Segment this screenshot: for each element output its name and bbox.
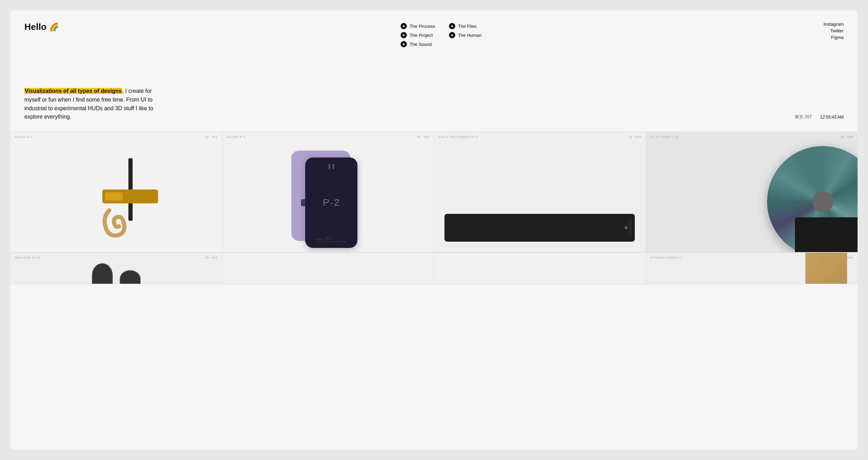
cell-id-kitchen: ID 009	[841, 256, 853, 259]
cell-header-kitchen: KITCHEN TIMER 17 ID 009	[646, 253, 858, 262]
cell-id-alarm: ID 002	[417, 135, 429, 139]
logo-text: Hello	[24, 22, 47, 32]
hero-text: Visualizations of all types of designs, …	[24, 87, 164, 121]
cd-visual	[646, 132, 858, 252]
radio-visual	[10, 132, 222, 252]
radio-svg	[68, 148, 165, 252]
cell-title-cd: CD PLAYER C-14	[650, 135, 679, 139]
alarm-display-text: P-2	[323, 197, 340, 208]
logo-emoji: 🌈	[49, 23, 59, 32]
cell-title-field: FIELD RECORDER R-11	[438, 135, 479, 139]
cell-id-num-alarm: 002	[424, 135, 429, 139]
grid-row-1: RADIO S-4 ID 001	[10, 132, 858, 252]
nav-center: The Process The Project The Sound The Fi…	[401, 22, 482, 47]
time-label: 東京 JST	[795, 114, 812, 120]
cell-id-label-cd: ID	[841, 135, 844, 139]
cell-title-radio: RADIO S-4	[15, 135, 33, 139]
cell-id-speaker: ID 004	[205, 256, 218, 259]
cell-header-field: FIELD RECORDER R-11 ID 003	[434, 132, 646, 142]
grid-cell-cd: CD PLAYER C-14 ID 008	[646, 132, 858, 252]
figma-link[interactable]: Figma	[831, 35, 844, 40]
grid-cell-radio: RADIO S-4 ID 001	[10, 132, 222, 252]
grid-cell-speaker: SPEAKER E-10 ID 004	[10, 253, 222, 284]
hero-section: Visualizations of all types of designs, …	[10, 87, 858, 132]
cell-title-alarm: ALARM P-2	[227, 135, 245, 139]
cell-image-field	[434, 132, 646, 252]
cell-image-alarm: P-2 CE ● ✦ MODEL: P-2MAX POWER OUTPUT: 2…	[222, 132, 434, 252]
cell-header-speaker: SPEAKER E-10 ID 004	[10, 253, 222, 262]
nav-label-process: The Process	[410, 24, 435, 29]
nav-item-the-sound[interactable]: The Sound	[401, 41, 435, 47]
header: Hello 🌈 The Process The Project The Soun…	[10, 10, 858, 87]
plus-icon-files	[449, 23, 455, 29]
cell-header-radio: RADIO S-4 ID 001	[10, 132, 222, 142]
nav-item-the-files[interactable]: The Files	[449, 23, 482, 29]
cell-id-num-speaker: 004	[212, 256, 218, 259]
nav-item-the-human[interactable]: The Human	[449, 32, 482, 38]
svg-rect-2	[105, 192, 123, 201]
cd-base	[795, 217, 858, 252]
nav-col-2: The Files The Human	[449, 23, 482, 47]
plus-icon-project	[401, 32, 407, 38]
cell-id-num-field: 003	[635, 135, 641, 139]
main-container: Hello 🌈 The Process The Project The Soun…	[10, 10, 858, 450]
hero-highlight: Visualizations of all types of designs	[24, 88, 122, 94]
cell-id-num-kitchen: 009	[847, 256, 853, 259]
grid-cell-kitchen: KITCHEN TIMER 17 ID 009	[646, 253, 858, 284]
social-links: Instagram Twitter Figma	[823, 22, 844, 40]
grid-cell-empty-1	[222, 253, 434, 284]
nav-label-project: The Project	[410, 33, 433, 38]
nav-col-1: The Process The Project The Sound	[401, 23, 435, 47]
grid-cell-field: FIELD RECORDER R-11 ID 003	[434, 132, 646, 252]
grid-cell-alarm: ALARM P-2 ID 002	[222, 132, 434, 252]
cell-id-radio: ID 001	[205, 135, 218, 139]
cell-id-label-kitchen: ID	[841, 256, 844, 259]
plus-icon-human	[449, 32, 455, 38]
cd-disc-center	[812, 191, 833, 212]
cell-id-label-radio: ID	[205, 135, 209, 139]
cell-header-alarm: ALARM P-2 ID 002	[222, 132, 434, 142]
plus-icon-sound	[401, 41, 407, 47]
grid-cell-empty-2	[434, 253, 646, 284]
cell-id-label-alarm: ID	[417, 135, 420, 139]
cell-id-num-radio: 001	[212, 135, 218, 139]
nav-label-files: The Files	[458, 24, 476, 29]
cell-image-cd	[646, 132, 858, 252]
plus-icon-process	[401, 23, 407, 29]
nav-item-the-process[interactable]: The Process	[401, 23, 435, 29]
cell-title-kitchen: KITCHEN TIMER 17	[650, 256, 683, 259]
grid-row-2: SPEAKER E-10 ID 004 KITCHEN TIMER 17	[10, 252, 858, 284]
cell-id-num-cd: 008	[847, 135, 853, 139]
cell-id-label-speaker: ID	[205, 256, 209, 259]
cell-header-cd: CD PLAYER C-14 ID 008	[646, 132, 858, 142]
nav-label-sound: The Sound	[410, 42, 432, 47]
cell-id-label-field: ID	[629, 135, 632, 139]
nav-label-human: The Human	[458, 33, 482, 38]
cell-image-radio	[10, 132, 222, 252]
cell-title-speaker: SPEAKER E-10	[15, 256, 40, 259]
cell-id-field: ID 003	[629, 135, 641, 139]
nav-item-the-project[interactable]: The Project	[401, 32, 435, 38]
time-value: 12:55:43 AM	[820, 115, 844, 120]
time-section: 東京 JST 12:55:43 AM	[795, 114, 844, 121]
cell-id-cd: ID 008	[841, 135, 853, 139]
instagram-link[interactable]: Instagram	[823, 22, 844, 27]
logo: Hello 🌈	[24, 22, 59, 32]
twitter-link[interactable]: Twitter	[830, 28, 844, 33]
